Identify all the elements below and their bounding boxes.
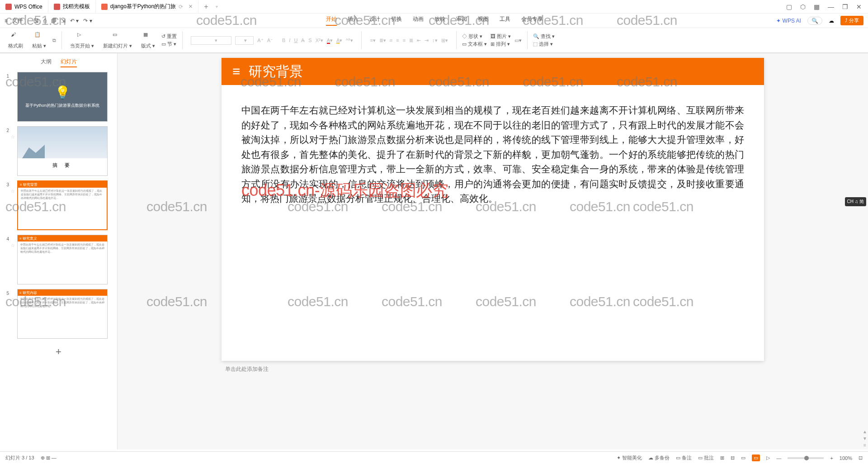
menu-animation[interactable]: 动画 [413, 15, 424, 26]
slide-thumb-5[interactable]: ≡ 研究内容中国在两千年左右就已经对计算机这一块发展到相当的规模了，现在老百姓们… [17, 289, 108, 339]
font-selector[interactable]: ▾ [191, 36, 231, 45]
fill-tool-icon[interactable]: ▭▾ [514, 38, 522, 43]
multi-backup-button[interactable]: ☁ 多备份 [648, 455, 670, 461]
reset-button[interactable]: ↺ 重置 [161, 33, 177, 40]
section-button[interactable]: ▭ 节 ▾ [161, 41, 177, 47]
align-left-icon[interactable]: ≡ [390, 38, 392, 43]
save-icon[interactable]: 🖫 [33, 18, 39, 24]
slides-tab[interactable]: 幻灯片 [61, 58, 77, 67]
view-play-icon[interactable]: ▷ [766, 455, 770, 461]
indent-inc-icon[interactable]: ⇥ [425, 38, 429, 43]
menu-review[interactable]: 审阅 [456, 15, 467, 26]
slide-body-text: 中国在两千年左右就已经对计算机这一块发展到相当的规模了，现在老百姓们越来越离不开… [222, 85, 764, 224]
slide-counter: 幻灯片 3 / 13 [5, 455, 34, 461]
view-reading-icon[interactable]: ▭ [741, 455, 745, 461]
fit-icon[interactable]: ⊡ [859, 455, 863, 461]
superscript-icon[interactable]: X²▾ [316, 38, 323, 43]
change-case-icon[interactable]: ᴬᴮ▾ [346, 38, 353, 43]
font-size-selector[interactable]: ▾ [235, 36, 254, 45]
hamburger-icon[interactable]: ≡ [5, 18, 8, 24]
textbox-button[interactable]: ▭ 文本框 ▾ [462, 41, 487, 47]
export-icon[interactable]: ⇲ [61, 18, 66, 24]
tab-daoke[interactable]: 找稻壳模板 [48, 0, 96, 13]
slide-title: 研究背景 [222, 58, 764, 85]
numbering-icon[interactable]: ≣▾ [379, 38, 386, 43]
layout-button[interactable]: ▦版式 ▾ [138, 32, 158, 49]
notes-button[interactable]: ▭ 备注 [676, 455, 692, 461]
undo-icon[interactable]: ↶ ▾ [70, 18, 79, 24]
strikethrough-icon[interactable]: S [308, 38, 311, 43]
menu-slideshow[interactable]: 放映 [434, 15, 445, 26]
align-right-icon[interactable]: ≡ [403, 38, 406, 43]
bold-icon[interactable]: B [282, 38, 285, 43]
slide-thumb-2[interactable]: 摘 要 [17, 126, 108, 176]
align-center-icon[interactable]: ≡ [396, 38, 399, 43]
slide-thumb-4[interactable]: ≡ 研究意义中国在两千年左右就已经对计算机这一块发展到相当的规模了，现在老百姓们… [17, 235, 108, 284]
menu-transition[interactable]: 切换 [391, 15, 402, 26]
window-box-icon[interactable]: ⬡ [800, 3, 806, 10]
menu-design[interactable]: 设计 [369, 15, 380, 26]
slide-thumb-1[interactable]: 💡基于Python的热门旅游景点数据分析系统 [17, 72, 108, 122]
outline-tab[interactable]: 大纲 [41, 58, 52, 67]
start-from-current-button[interactable]: ▷当页开始 ▾ [67, 32, 97, 49]
menu-view[interactable]: 视图 [478, 15, 489, 26]
zoom-slider[interactable] [788, 457, 824, 459]
increase-font-icon[interactable]: A⁺ [257, 38, 263, 43]
menu-start[interactable]: 开始 [326, 15, 337, 26]
zoom-in-icon[interactable]: + [830, 455, 833, 461]
cloud-icon[interactable]: ☁ [829, 18, 834, 24]
strike-icon[interactable]: A̶ [301, 38, 305, 43]
copy-icon[interactable]: ⧉ [52, 38, 56, 43]
underline-icon[interactable]: U [294, 38, 297, 43]
print-icon[interactable]: ⎙ [43, 18, 47, 24]
window-grid-icon[interactable]: ▦ [814, 3, 820, 10]
justify-icon[interactable]: ≣ [409, 38, 413, 43]
slide-thumb-3[interactable]: ≡ 研究背景中国在两千年左右就已经对计算机这一块发展到相当的规模了，现在老百姓们… [17, 180, 108, 230]
format-painter-button[interactable]: 🖌格式刷 [5, 32, 26, 49]
shape-button[interactable]: ◇ 形状 ▾ [462, 33, 487, 40]
vertical-scroll[interactable]: ▲▼≡ [862, 54, 868, 450]
decrease-font-icon[interactable]: A⁻ [267, 38, 273, 43]
close-icon[interactable]: ✕ [189, 4, 193, 9]
new-slide-button[interactable]: ▭新建幻灯片 ▾ [100, 32, 135, 49]
preview-icon[interactable]: 🗐 [51, 18, 57, 24]
picture-button[interactable]: 🖼 图片 ▾ [491, 33, 511, 40]
paste-button[interactable]: 📋粘贴 ▾ [29, 32, 49, 49]
tab-wps-office[interactable]: WPS Office [0, 0, 48, 13]
comments-button[interactable]: ▭ 批注 [698, 455, 714, 461]
new-tab-button[interactable]: + [198, 3, 213, 11]
text-direction-icon[interactable]: ⊞▾ [441, 38, 448, 43]
tab-overflow-icon[interactable]: ▾ [216, 4, 218, 9]
maximize-icon[interactable]: ❐ [842, 3, 848, 10]
menu-tools[interactable]: 工具 [500, 15, 510, 26]
indent-dec-icon[interactable]: ⇤ [417, 38, 421, 43]
share-button[interactable]: ⤴ 分享 [840, 16, 863, 25]
line-spacing-icon[interactable]: ↕▾ [432, 38, 438, 43]
view-normal-icon[interactable]: ⊞ [720, 455, 724, 461]
font-color-icon[interactable]: A▾ [327, 38, 333, 43]
tab-document[interactable]: django基于Python的热门旅⟳✕ [96, 0, 198, 13]
file-menu[interactable]: 文件 [12, 17, 23, 24]
italic-icon[interactable]: I [289, 38, 290, 43]
ai-beautify-button[interactable]: ✦ 智能美化 [617, 455, 642, 461]
search-input-icon[interactable]: 🔍 [807, 17, 822, 25]
view-sorter-icon[interactable]: ⊟ [731, 455, 735, 461]
view-slideshow-icon[interactable]: ▭ [752, 455, 760, 461]
arrange-button[interactable]: ⊞ 排列 ▾ [491, 41, 511, 47]
menu-insert[interactable]: 插入 [348, 15, 359, 26]
redo-icon[interactable]: ↷ ▾ [83, 18, 92, 24]
zoom-level[interactable]: 100% [840, 455, 852, 461]
current-slide[interactable]: 研究背景 中国在两千年左右就已经对计算机这一块发展到相当的规模了，现在老百姓们越… [222, 58, 764, 361]
wps-ai-button[interactable]: ✦ WPS AI [776, 18, 801, 24]
find-button[interactable]: 🔍 查找 ▾ [533, 33, 555, 40]
notes-placeholder[interactable]: 单击此处添加备注 [222, 364, 764, 375]
add-slide-button[interactable]: + [2, 343, 115, 360]
menu-member[interactable]: 会员专享 [521, 15, 543, 26]
select-button[interactable]: ⬚ 选择 ▾ [533, 41, 555, 47]
close-window-icon[interactable]: ✕ [856, 3, 862, 10]
bullets-icon[interactable]: ≡▾ [370, 38, 375, 43]
window-card-icon[interactable]: ▢ [786, 3, 792, 10]
minimize-icon[interactable]: — [828, 3, 834, 10]
highlight-icon[interactable]: A▾ [336, 38, 342, 43]
zoom-out-icon[interactable]: — [776, 455, 781, 461]
